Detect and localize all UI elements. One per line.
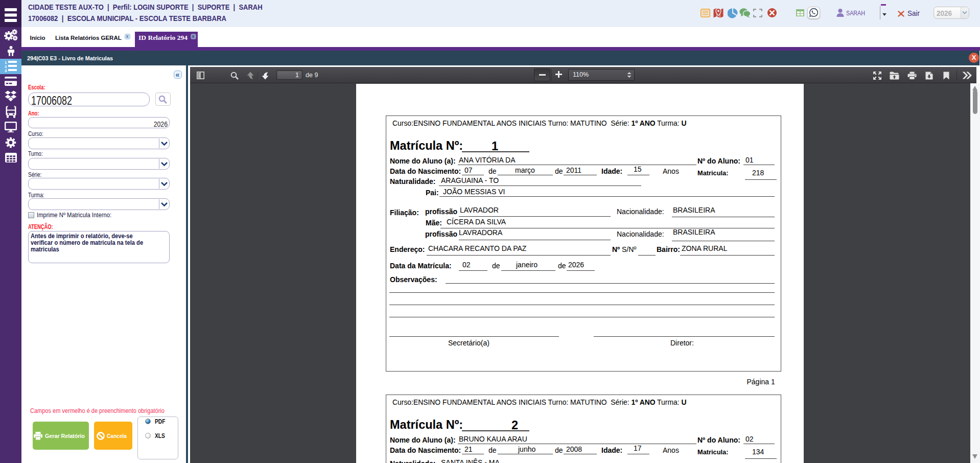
svg-text:3: 3 bbox=[5, 68, 7, 73]
